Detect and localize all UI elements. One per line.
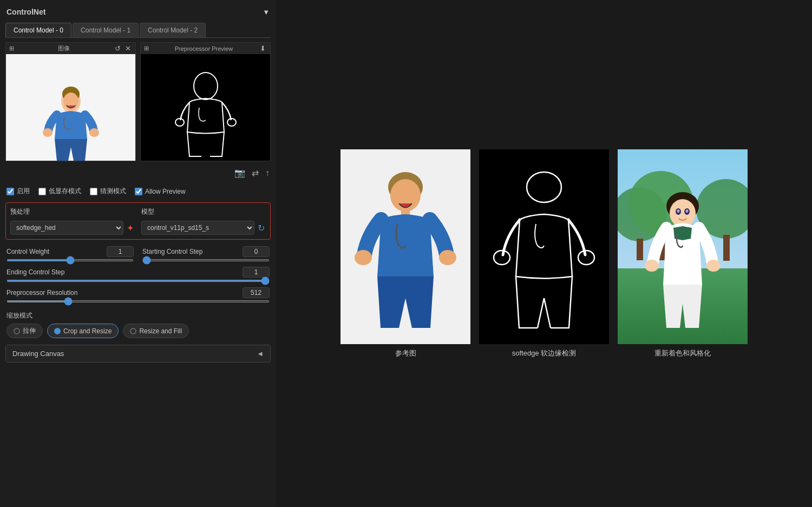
preprocessor-fire-btn[interactable]: ✦ [126, 222, 135, 234]
left-panel: ControlNet ▼ Control Model - 0 Control M… [0, 0, 276, 507]
low-vram-label: 低显存模式 [49, 187, 81, 196]
drawing-canvas-title: Drawing Canvas [12, 350, 64, 358]
scale-btn-resize-fill[interactable]: Resize and Fill [123, 324, 189, 338]
result-images: 参考图 [340, 149, 748, 358]
model-select-row: control_v11p_sd15_s ↻ [141, 221, 266, 235]
preview-download-btn[interactable]: ⬇ [259, 44, 267, 52]
ending-step-header: Ending Control Step 1 [6, 267, 270, 278]
guess-mode-checkbox[interactable] [90, 188, 97, 195]
preview-image-box: ⊞ Preprocessor Preview ⬇ [140, 42, 271, 161]
result-label-sketch: softedge 软边缘检测 [512, 348, 577, 358]
starting-step-row: Starting Control Step 0 [142, 246, 270, 261]
right-panel: 参考图 [276, 0, 812, 507]
crop-resize-label: Crop and Resize [63, 327, 112, 335]
allow-preview-checkbox[interactable] [135, 188, 142, 195]
result-item-sketch: softedge 软边缘检测 [479, 149, 609, 358]
svg-rect-27 [723, 235, 730, 261]
svg-point-5 [89, 128, 99, 137]
preprocessor-select[interactable]: softedge_hed [10, 221, 123, 235]
preproc-res-label: Preprocessor Resolution [6, 289, 77, 297]
tab-control-model-1[interactable]: Control Model - 1 [73, 23, 139, 37]
svg-rect-16 [479, 149, 609, 344]
result-sketch-svg [479, 149, 609, 344]
pm-labels-row: 预处理 模型 [10, 207, 266, 216]
low-vram-checkbox[interactable] [38, 188, 46, 195]
scale-btn-crop-resize[interactable]: Crop and Resize [47, 324, 119, 338]
scale-btn-stretch[interactable]: 拉伸 [6, 324, 43, 338]
starting-step-slider[interactable] [142, 259, 270, 261]
source-close-btn[interactable]: ✕ [124, 44, 132, 52]
guess-mode-checkbox-item[interactable]: 猜测模式 [90, 187, 126, 196]
preview-image-header: ⊞ Preprocessor Preview ⬇ [141, 43, 270, 54]
ending-step-slider[interactable] [6, 280, 270, 282]
source-image-box: ⊞ 图像 ↺ ✕ [5, 42, 136, 161]
crop-resize-radio-dot [54, 328, 61, 334]
ending-step-row: Ending Control Step 1 [6, 267, 270, 282]
stretch-radio-dot [14, 328, 20, 334]
source-image-icon: ⊞ [9, 45, 14, 52]
image-row: ⊞ 图像 ↺ ✕ [5, 42, 271, 161]
preview-image-label: Preprocessor Preview [175, 45, 233, 52]
checkbox-row: 启用 低显存模式 猜测模式 Allow Preview [5, 185, 271, 198]
result-label-anime: 重新着色和风格化 [654, 348, 711, 358]
upload-btn[interactable]: ↑ [265, 168, 270, 178]
control-weight-label: Control Weight [6, 248, 49, 255]
panel-collapse-btn[interactable]: ▼ [263, 8, 270, 16]
source-image-header: ⊞ 图像 ↺ ✕ [6, 43, 135, 54]
result-anime-svg [618, 149, 748, 344]
enable-checkbox-item[interactable]: 启用 [6, 187, 30, 196]
svg-point-34 [645, 260, 659, 272]
model-refresh-btn[interactable]: ↻ [257, 222, 266, 234]
drawing-canvas-arrow: ◄ [257, 350, 264, 358]
slider-section: Control Weight 1 Starting Control Step 0… [5, 244, 271, 305]
preprocessor-model-section: 预处理 模型 softedge_hed ✦ control_v11p_sd15_… [5, 202, 271, 240]
drawing-canvas-header[interactable]: Drawing Canvas ◄ [6, 345, 270, 362]
panel-title: ControlNet [6, 8, 45, 16]
drawing-canvas-section: Drawing Canvas ◄ [5, 345, 271, 363]
source-image-label: 图像 [58, 44, 70, 52]
preproc-res-header: Preprocessor Resolution 512 [6, 287, 270, 298]
source-image-placeholder[interactable]: ✎ [6, 54, 135, 161]
preprocessor-label: 预处理 [10, 207, 135, 216]
enable-checkbox[interactable] [6, 188, 14, 195]
scale-mode-section: 缩放模式 拉伸 Crop and Resize Resize and Fill [5, 309, 271, 340]
tab-control-model-2[interactable]: Control Model - 2 [140, 23, 206, 37]
preprocessor-col: 预处理 [10, 207, 135, 216]
guess-mode-label: 猜测模式 [100, 187, 126, 196]
svg-point-35 [706, 260, 721, 272]
scale-mode-label: 缩放模式 [6, 311, 270, 320]
result-img-ref [340, 149, 470, 344]
svg-point-4 [43, 128, 53, 137]
tab-control-model-0[interactable]: Control Model - 0 [5, 23, 71, 37]
preview-image-icon: ⊞ [144, 45, 149, 52]
svg-rect-6 [162, 62, 249, 161]
control-weight-value[interactable]: 1 [107, 246, 134, 257]
swap-btn[interactable]: ⇄ [252, 168, 259, 178]
camera-btn[interactable]: 📷 [234, 168, 245, 178]
svg-rect-25 [637, 239, 643, 260]
svg-point-14 [355, 250, 372, 265]
source-refresh-btn[interactable]: ↺ [114, 44, 122, 52]
allow-preview-checkbox-item[interactable]: Allow Preview [135, 188, 186, 195]
preproc-res-value[interactable]: 512 [243, 287, 270, 298]
preproc-res-row: Preprocessor Resolution 512 [6, 287, 270, 302]
result-item-anime: 重新着色和风格化 [618, 149, 748, 358]
two-col-sliders: Control Weight 1 Starting Control Step 0 [6, 246, 270, 261]
allow-preview-label: Allow Preview [145, 188, 186, 195]
starting-step-value[interactable]: 0 [243, 246, 270, 257]
preprocessor-select-col: softedge_hed ✦ [10, 221, 135, 235]
low-vram-checkbox-item[interactable]: 低显存模式 [38, 187, 81, 196]
model-select[interactable]: control_v11p_sd15_s [141, 221, 254, 235]
panel-header: ControlNet ▼ [5, 5, 271, 18]
result-ref-svg [340, 149, 470, 344]
model-select-col: control_v11p_sd15_s ↻ [141, 221, 266, 235]
ending-step-value[interactable]: 1 [243, 267, 270, 278]
ending-step-label: Ending Control Step [6, 268, 64, 276]
preprocessor-select-row: softedge_hed ✦ [10, 221, 135, 235]
control-weight-slider[interactable] [6, 259, 134, 261]
scale-mode-buttons: 拉伸 Crop and Resize Resize and Fill [6, 324, 270, 338]
sketch-svg [162, 62, 249, 161]
preproc-res-slider[interactable] [6, 300, 270, 302]
result-item-ref: 参考图 [340, 149, 470, 358]
result-label-ref: 参考图 [395, 348, 416, 358]
